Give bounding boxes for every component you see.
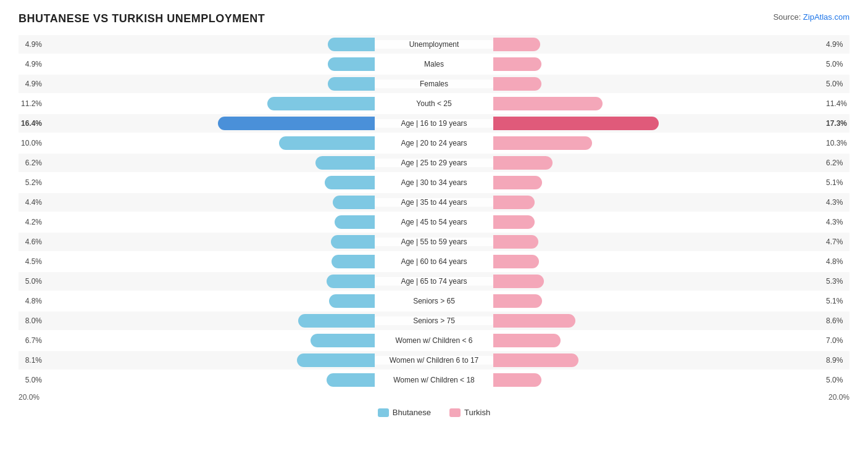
chart-title: BHUTANESE VS TURKISH UNEMPLOYMENT	[19, 12, 265, 25]
left-bar	[328, 77, 375, 91]
left-bar	[328, 38, 375, 51]
left-section: 4.6%	[19, 235, 375, 249]
right-bar-wrap	[493, 97, 822, 110]
left-value-label: 5.2%	[19, 178, 42, 187]
right-bar	[493, 77, 541, 91]
right-section: 5.0%	[493, 77, 849, 91]
right-value-label: 11.4%	[826, 99, 849, 108]
right-bar-wrap	[493, 117, 822, 130]
right-section: 8.6%	[493, 314, 849, 328]
legend-turkish: Turkish	[449, 408, 490, 417]
right-section: 17.3%	[493, 117, 849, 130]
legend: Bhutanese Turkish	[19, 408, 849, 417]
right-value-label: 4.7%	[826, 238, 849, 246]
left-bar-wrap	[46, 334, 375, 347]
right-value-label: 4.8%	[826, 257, 849, 266]
left-bar-wrap	[46, 294, 375, 308]
right-section: 5.1%	[493, 176, 849, 189]
right-value-label: 5.0%	[826, 80, 849, 88]
left-bar-wrap	[46, 314, 375, 328]
bar-row: 4.5% Age | 60 to 64 years 4.8%	[19, 252, 849, 271]
bar-group: 5.0% Women w/ Children < 18 5.0%	[19, 371, 849, 389]
right-bar-wrap	[493, 57, 822, 71]
right-bar-wrap	[493, 353, 822, 367]
right-bar	[493, 334, 561, 347]
right-section: 11.4%	[493, 97, 849, 110]
left-bar	[267, 97, 375, 110]
bar-row: 4.2% Age | 45 to 54 years 4.3%	[19, 213, 849, 231]
right-section: 10.3%	[493, 136, 849, 150]
right-value-label: 4.9%	[826, 40, 849, 49]
axis-right-label: 20.0%	[828, 393, 849, 402]
center-label: Women w/ Children < 18	[375, 376, 493, 384]
bars-area: 4.9% Unemployment 4.9% 4.9%	[19, 35, 849, 389]
right-bar-wrap	[493, 314, 822, 328]
source-link[interactable]: ZipAtlas.com	[803, 12, 849, 22]
right-bar-wrap	[493, 373, 822, 387]
right-section: 8.9%	[493, 353, 849, 367]
right-value-label: 8.9%	[826, 356, 849, 365]
right-bar-wrap	[493, 294, 822, 308]
right-value-label: 5.1%	[826, 178, 849, 187]
center-label: Age | 60 to 64 years	[375, 257, 493, 266]
right-bar	[493, 117, 659, 130]
axis-left: 20.0%	[19, 393, 375, 402]
bar-group: 5.2% Age | 30 to 34 years 5.1%	[19, 173, 849, 192]
axis-left-label: 20.0%	[19, 393, 40, 402]
bar-row: 4.9% Females 5.0%	[19, 75, 849, 93]
left-bar	[331, 235, 375, 249]
left-bar-wrap	[46, 117, 375, 130]
right-bar-wrap	[493, 215, 822, 229]
left-section: 8.0%	[19, 314, 375, 328]
right-bar	[493, 57, 541, 71]
center-label: Women w/ Children < 6	[375, 336, 493, 345]
center-label: Age | 45 to 54 years	[375, 218, 493, 226]
right-bar	[493, 156, 553, 170]
right-value-label: 4.3%	[826, 218, 849, 226]
left-bar-wrap	[46, 176, 375, 189]
right-bar-wrap	[493, 156, 822, 170]
bar-row: 6.7% Women w/ Children < 6 7.0%	[19, 331, 849, 350]
left-value-label: 4.2%	[19, 218, 42, 226]
left-bar	[298, 314, 375, 328]
center-label: Age | 55 to 59 years	[375, 238, 493, 246]
bar-row: 11.2% Youth < 25 11.4%	[19, 94, 849, 113]
bar-row: 4.9% Unemployment 4.9%	[19, 35, 849, 54]
left-section: 4.9%	[19, 38, 375, 51]
left-bar	[325, 176, 375, 189]
right-bar	[493, 38, 540, 51]
right-bar-wrap	[493, 334, 822, 347]
left-bar-wrap	[46, 255, 375, 268]
left-value-label: 4.5%	[19, 257, 42, 266]
left-value-label: 8.0%	[19, 316, 42, 325]
right-bar	[493, 294, 542, 308]
left-value-label: 5.0%	[19, 376, 42, 384]
right-bar	[493, 373, 541, 387]
bar-row: 6.2% Age | 25 to 29 years 6.2%	[19, 154, 849, 172]
right-bar	[493, 353, 578, 367]
left-section: 5.0%	[19, 275, 375, 288]
left-bar-wrap	[46, 156, 375, 170]
left-bar	[327, 373, 375, 387]
right-value-label: 7.0%	[826, 336, 849, 345]
bar-group: 5.0% Age | 65 to 74 years 5.3%	[19, 272, 849, 291]
right-bar-wrap	[493, 136, 822, 150]
legend-blue-box	[378, 408, 389, 417]
left-section: 4.5%	[19, 255, 375, 268]
legend-pink-box	[449, 408, 461, 417]
left-bar-wrap	[46, 235, 375, 249]
right-section: 4.9%	[493, 38, 849, 51]
left-bar-wrap	[46, 196, 375, 209]
left-bar	[297, 353, 375, 367]
right-value-label: 5.0%	[826, 60, 849, 68]
center-label: Age | 35 to 44 years	[375, 198, 493, 207]
left-section: 4.2%	[19, 215, 375, 229]
right-bar	[493, 176, 542, 189]
right-bar-wrap	[493, 176, 822, 189]
bar-group: 11.2% Youth < 25 11.4%	[19, 94, 849, 113]
left-bar-wrap	[46, 77, 375, 91]
left-bar-wrap	[46, 275, 375, 288]
right-value-label: 5.0%	[826, 376, 849, 384]
left-value-label: 11.2%	[19, 99, 42, 108]
left-bar	[311, 334, 375, 347]
